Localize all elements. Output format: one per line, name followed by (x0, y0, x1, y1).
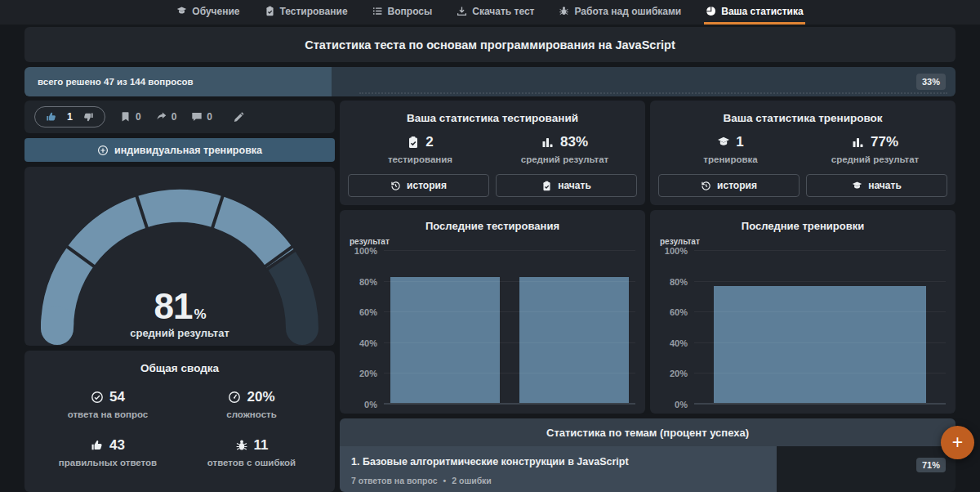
history-icon (390, 181, 401, 191)
summary-grid: 54 ответа на вопрос 20% сложность 43 пра… (36, 389, 323, 467)
thumb-up-icon (91, 439, 104, 452)
topic-title: 1. Базовые алгоритмические конструкции в… (351, 456, 629, 467)
graduation-cap-icon (717, 136, 730, 149)
plus-circle-icon (97, 145, 109, 156)
chart-title: Последние тестирования (350, 220, 635, 232)
progress-percent-badge: 33% (916, 74, 946, 90)
y-axis-label: результат (350, 237, 635, 246)
tab-error-work[interactable]: Работа над ошибками (557, 0, 683, 25)
training-chart-panel: Последние тренировки результат 100%80%60… (650, 210, 956, 414)
y-tick: 80% (359, 277, 377, 287)
thumb-up-icon[interactable] (46, 111, 57, 123)
topic-subtext: 7 ответов на вопрос • 2 ошибки (351, 476, 492, 485)
progress-label: всего решено 47 из 144 вопросов (38, 77, 194, 87)
chart-title: Последние тренировки (660, 220, 946, 232)
y-axis-ticks: 100%80%60%40%20%0% (350, 251, 377, 405)
topics-panel: Статистика по темам (процент успеха) 1. … (340, 418, 956, 492)
testing-stats-panel: Ваша статистика тестирований 2 тестирова… (340, 101, 645, 205)
testing-count-stat: 2 тестирования (348, 134, 492, 164)
tab-label: Обучение (192, 6, 239, 17)
gauge-caption: средний результат (24, 327, 335, 339)
topic-percent-badge: 71% (916, 458, 946, 472)
tab-questions[interactable]: Вопросы (371, 0, 434, 25)
clipboard-check-icon (407, 136, 420, 149)
tab-label: Тестирование (280, 6, 348, 17)
tab-label: Работа над ошибками (574, 6, 681, 17)
clipboard-check-icon (265, 6, 275, 16)
bars-container (694, 251, 946, 405)
training-count-stat: 1 тренировка (658, 134, 803, 164)
bookmark-counter[interactable]: 0 (120, 111, 141, 123)
graduation-cap-icon (176, 6, 187, 16)
y-tick: 60% (670, 307, 688, 317)
gauge-unit: % (194, 306, 205, 322)
testing-start-button[interactable]: начать (496, 174, 637, 197)
y-tick: 20% (359, 369, 377, 378)
page-title-panel: Статистика теста по основам программиров… (24, 27, 956, 62)
edit-pencil-icon[interactable] (234, 111, 245, 123)
testing-stats-title: Ваша статистика тестирований (348, 112, 637, 124)
download-icon (457, 6, 467, 16)
topic-row[interactable]: 1. Базовые алгоритмические конструкции в… (340, 446, 956, 492)
y-tick: 0% (364, 400, 377, 409)
summary-difficulty: 20% сложность (180, 389, 323, 419)
y-tick: 0% (675, 400, 688, 409)
bar (390, 277, 500, 405)
tab-download-test[interactable]: Скачать тест (455, 0, 536, 25)
average-result-gauge-panel: 81% средний результат (24, 167, 335, 346)
topics-header: Статистика по темам (процент успеха) (340, 418, 956, 446)
training-start-button[interactable]: начать (806, 174, 947, 197)
bookmark-count: 0 (136, 111, 141, 123)
tab-label: Скачать тест (472, 6, 534, 17)
left-column: 1 0 0 0 (24, 101, 335, 492)
difficulty-gauge-icon (228, 391, 241, 404)
training-history-button[interactable]: история (658, 174, 800, 197)
gauge-center: 81% средний результат (24, 288, 335, 339)
tab-testing[interactable]: Тестирование (263, 0, 350, 25)
bar-chart-icon (541, 136, 555, 149)
bar-chart: 100%80%60%40%20%0% (660, 251, 946, 405)
tab-label: Вопросы (388, 6, 433, 17)
tab-learning[interactable]: Обучение (175, 0, 241, 25)
summary-answers: 54 ответа на вопрос (36, 389, 180, 419)
share-icon (156, 111, 167, 123)
bug-icon (559, 6, 569, 16)
summary-correct: 43 правильных ответов (36, 437, 180, 467)
add-button[interactable]: + (941, 426, 974, 459)
comment-icon (191, 111, 203, 123)
individual-training-label: индивидуальная тренировка (114, 145, 262, 156)
plot-area (694, 251, 946, 405)
bar (519, 277, 629, 405)
comment-count: 0 (207, 111, 212, 123)
share-count: 0 (172, 111, 177, 123)
y-tick: 80% (670, 277, 688, 287)
summary-title: Общая сводка (36, 362, 323, 374)
clipboard-check-icon (541, 181, 552, 191)
share-counter[interactable]: 0 (156, 111, 177, 123)
y-tick: 40% (670, 338, 688, 348)
training-stats-panel: Ваша статистика тренировок 1 тренировка … (650, 101, 956, 205)
testing-history-button[interactable]: история (348, 174, 489, 197)
y-tick: 20% (670, 369, 688, 378)
comment-counter[interactable]: 0 (191, 111, 212, 123)
bar-chart: 100%80%60%40%20%0% (350, 251, 635, 405)
graduation-cap-icon (852, 181, 862, 191)
tab-your-statistics[interactable]: Ваша статистика (704, 0, 804, 25)
statistics-page: Обучение Тестирование Вопросы Скачать те… (0, 0, 980, 492)
pie-chart-icon (706, 6, 716, 16)
history-icon (701, 181, 711, 191)
individual-training-button[interactable]: индивидуальная тренировка (24, 138, 335, 162)
y-tick: 40% (359, 338, 377, 348)
bug-icon (235, 439, 248, 452)
y-axis-label: результат (660, 237, 946, 246)
thumb-down-icon[interactable] (82, 111, 94, 123)
training-stats-title: Ваша статистика тренировок (658, 112, 947, 124)
like-dislike-pill: 1 (34, 106, 105, 127)
y-tick: 100% (354, 246, 377, 256)
like-count: 1 (67, 111, 73, 123)
y-tick: 60% (359, 307, 377, 317)
y-axis-ticks: 100%80%60%40%20%0% (660, 251, 688, 405)
summary-errors: 11 ответов с ошибкой (180, 437, 323, 467)
dot-separator: • (443, 476, 447, 485)
reaction-toolbar: 1 0 0 0 (24, 101, 335, 133)
